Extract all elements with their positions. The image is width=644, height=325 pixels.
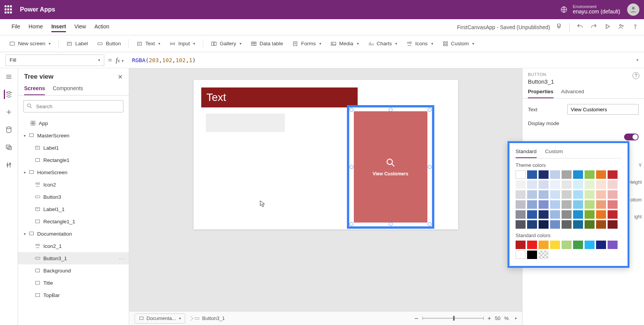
- color-swatch[interactable]: [527, 241, 537, 249]
- color-swatch[interactable]: [562, 220, 572, 229]
- color-swatch[interactable]: [608, 220, 618, 229]
- canvas-rectangle[interactable]: [206, 114, 285, 132]
- color-swatch[interactable]: [527, 210, 537, 219]
- property-selector[interactable]: Fill▾: [5, 54, 104, 66]
- tree-item[interactable]: Background···: [18, 264, 129, 277]
- menu-home[interactable]: Home: [29, 22, 43, 32]
- color-swatch[interactable]: [539, 251, 549, 259]
- canvas-banner[interactable]: Text: [201, 87, 358, 107]
- color-swatch[interactable]: [596, 170, 606, 179]
- search-input[interactable]: [23, 100, 123, 112]
- color-swatch[interactable]: [585, 190, 595, 199]
- color-swatch[interactable]: [573, 200, 583, 209]
- gallery-button[interactable]: Gallery▾: [207, 39, 245, 49]
- input-button[interactable]: Input▾: [166, 39, 199, 49]
- color-swatch[interactable]: [539, 210, 549, 219]
- color-swatch[interactable]: [550, 200, 560, 209]
- color-swatch[interactable]: [585, 200, 595, 209]
- color-swatch[interactable]: [596, 200, 606, 209]
- color-swatch[interactable]: [596, 190, 606, 199]
- color-swatch[interactable]: [527, 170, 537, 179]
- tree-view-icon[interactable]: [4, 90, 13, 99]
- undo-icon[interactable]: [577, 23, 583, 31]
- color-swatch[interactable]: [562, 200, 572, 209]
- color-swatch[interactable]: [608, 180, 618, 189]
- tree-item[interactable]: Button3···: [18, 191, 129, 203]
- colortab-standard[interactable]: Standard: [516, 147, 537, 158]
- color-swatch[interactable]: [550, 170, 560, 179]
- color-swatch[interactable]: [562, 170, 572, 179]
- color-swatch[interactable]: [539, 220, 549, 229]
- color-swatch[interactable]: [608, 241, 618, 249]
- tree-item[interactable]: Label1···: [18, 142, 129, 154]
- menu-insert[interactable]: Insert: [51, 22, 66, 32]
- color-swatch[interactable]: [539, 200, 549, 209]
- tree-group[interactable]: ▾MasterScreen: [18, 129, 129, 142]
- design-canvas[interactable]: Text View Customers: [194, 80, 458, 229]
- color-swatch[interactable]: [550, 180, 560, 189]
- app-launcher-icon[interactable]: [5, 5, 13, 14]
- tree-item[interactable]: Icon2···: [18, 178, 129, 191]
- tab-components[interactable]: Components: [53, 85, 83, 95]
- tree-item[interactable]: Title···: [18, 277, 129, 289]
- color-swatch[interactable]: [573, 170, 583, 179]
- color-swatch[interactable]: [573, 180, 583, 189]
- selection-outline[interactable]: View Customers: [347, 105, 434, 229]
- label-button[interactable]: Label: [62, 39, 92, 49]
- text-prop-input[interactable]: [567, 104, 639, 115]
- new-screen-button[interactable]: New screen▾: [5, 39, 54, 49]
- hamburger-icon[interactable]: [4, 72, 13, 81]
- fx-icon[interactable]: fx▾: [116, 56, 124, 64]
- color-swatch[interactable]: [573, 190, 583, 199]
- media-button[interactable]: Media▾: [327, 39, 363, 49]
- help-icon[interactable]: [632, 23, 639, 31]
- tree-group[interactable]: ▾HomeScreen: [18, 166, 129, 178]
- tree-item[interactable]: Label1_1···: [18, 203, 129, 215]
- selected-button[interactable]: View Customers: [354, 111, 427, 223]
- color-swatch[interactable]: [562, 210, 572, 219]
- data-icon[interactable]: [4, 125, 13, 134]
- expand-formula-icon[interactable]: ▾: [636, 58, 639, 63]
- color-swatch[interactable]: [608, 170, 618, 179]
- color-swatch[interactable]: [585, 220, 595, 229]
- color-swatch[interactable]: [573, 210, 583, 219]
- color-swatch[interactable]: [596, 210, 606, 219]
- user-avatar[interactable]: [627, 3, 639, 16]
- color-swatch[interactable]: [596, 220, 606, 229]
- color-swatch[interactable]: [516, 190, 526, 199]
- tab-screens[interactable]: Screens: [24, 85, 45, 95]
- color-swatch[interactable]: [516, 200, 526, 209]
- tree-app[interactable]: App: [18, 117, 129, 129]
- color-swatch[interactable]: [573, 220, 583, 229]
- formula-input[interactable]: RGBA(203, 102, 102, 1): [128, 54, 632, 66]
- menu-action[interactable]: Action: [94, 22, 109, 32]
- breadcrumb-screen[interactable]: Documenta...▾: [135, 313, 185, 323]
- custom-button[interactable]: Custom▾: [439, 39, 478, 49]
- color-swatch[interactable]: [516, 180, 526, 189]
- charts-button[interactable]: Charts▾: [364, 39, 401, 49]
- tab-properties[interactable]: Properties: [528, 89, 554, 98]
- zoom-chevron-icon[interactable]: ▾: [515, 316, 517, 320]
- color-swatch[interactable]: [585, 170, 595, 179]
- color-swatch[interactable]: [550, 220, 560, 229]
- visible-toggle[interactable]: [624, 134, 639, 140]
- color-swatch[interactable]: [527, 180, 537, 189]
- button-button[interactable]: Button: [93, 39, 125, 49]
- color-swatch[interactable]: [608, 190, 618, 199]
- zoom-control[interactable]: − + 50 % ▾: [414, 315, 517, 322]
- color-swatch[interactable]: [608, 200, 618, 209]
- tree-group[interactable]: ▾Documentation: [18, 228, 129, 240]
- icons-button[interactable]: Icons▾: [402, 39, 437, 49]
- tools-icon[interactable]: [4, 160, 13, 170]
- menu-view[interactable]: View: [74, 22, 86, 32]
- color-swatch[interactable]: [539, 190, 549, 199]
- color-swatch[interactable]: [585, 180, 595, 189]
- color-swatch[interactable]: [596, 180, 606, 189]
- color-swatch[interactable]: [596, 241, 606, 249]
- datatable-button[interactable]: Data table: [247, 39, 287, 49]
- color-swatch[interactable]: [539, 241, 549, 249]
- tab-advanced[interactable]: Advanced: [561, 89, 584, 98]
- color-swatch[interactable]: [608, 210, 618, 219]
- color-swatch[interactable]: [562, 190, 572, 199]
- color-swatch[interactable]: [562, 241, 572, 249]
